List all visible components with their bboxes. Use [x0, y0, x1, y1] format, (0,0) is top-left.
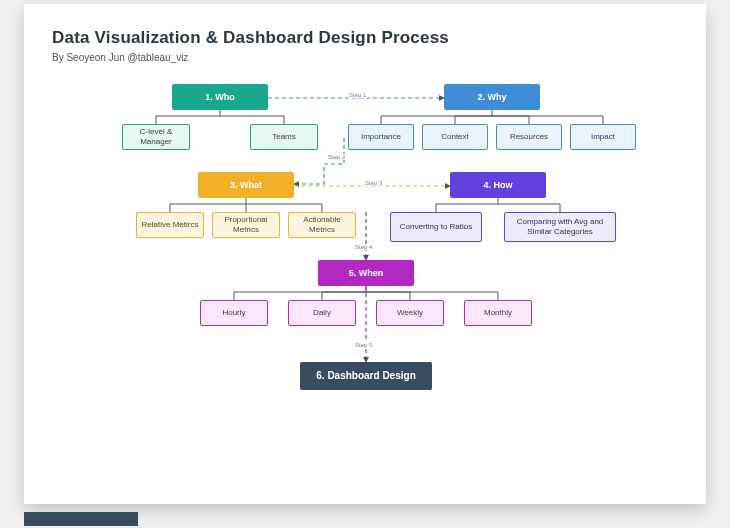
- leaf-what-proportional: Proportional Metrics: [212, 212, 280, 238]
- step-label-3: Step 3: [364, 180, 383, 186]
- leaf-when-weekly: Weekly: [376, 300, 444, 326]
- diagram-canvas: 1. Who 2. Why C-level & Manager Teams Im…: [24, 84, 706, 504]
- leaf-why-impact: Impact: [570, 124, 636, 150]
- leaf-who-teams: Teams: [250, 124, 318, 150]
- leaf-what-actionable: Actionable Metrics: [288, 212, 356, 238]
- node-dashboard: 6. Dashboard Design: [300, 362, 432, 390]
- leaf-why-context: Context: [422, 124, 488, 150]
- footer-strip: [24, 512, 138, 526]
- step-label-5: Step 5: [354, 342, 373, 348]
- page-title: Data Visualization & Dashboard Design Pr…: [52, 28, 678, 48]
- node-how: 4. How: [450, 172, 546, 198]
- leaf-why-importance: Importance: [348, 124, 414, 150]
- leaf-when-hourly: Hourly: [200, 300, 268, 326]
- leaf-how-ratios: Converting to Ratios: [390, 212, 482, 242]
- step-label-1: Step 1: [348, 92, 367, 98]
- header: Data Visualization & Dashboard Design Pr…: [24, 4, 706, 67]
- leaf-how-comparing: Comparing with Avg and Similar Categorie…: [504, 212, 616, 242]
- leaf-when-daily: Daily: [288, 300, 356, 326]
- leaf-why-resources: Resources: [496, 124, 562, 150]
- step-label-4: Step 4: [354, 244, 373, 250]
- node-who: 1. Who: [172, 84, 268, 110]
- node-when: 5. When: [318, 260, 414, 286]
- node-why: 2. Why: [444, 84, 540, 110]
- leaf-who-clevel: C-level & Manager: [122, 124, 190, 150]
- diagram-card: Data Visualization & Dashboard Design Pr…: [24, 4, 706, 504]
- step-label-2: Step 2: [327, 154, 346, 160]
- leaf-what-relative: Relative Metircs: [136, 212, 204, 238]
- node-what: 3. What: [198, 172, 294, 198]
- leaf-when-monthly: Monthly: [464, 300, 532, 326]
- byline: By Seoyeon Jun @tableau_viz: [52, 52, 678, 63]
